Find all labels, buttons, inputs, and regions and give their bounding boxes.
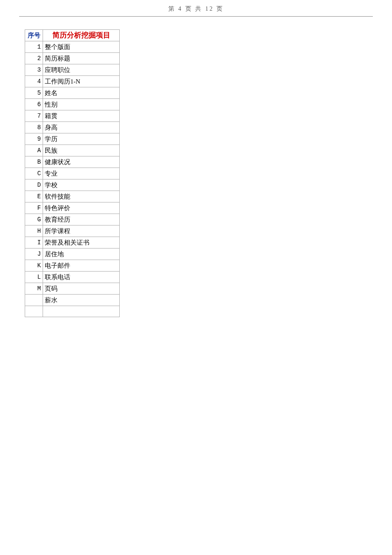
cell-item: 姓名: [43, 87, 120, 99]
table-body: 1整个版面2简历标题3应聘职位4工作阅历1-N5姓名6性别7籍贯8身高9学历A民…: [25, 41, 120, 317]
cell-item: 籍贯: [43, 110, 120, 122]
table-row: [25, 306, 120, 317]
cell-item: 民族: [43, 145, 120, 156]
cell-seq: 2: [25, 53, 43, 64]
table-row: 7籍贯: [25, 110, 120, 122]
table-row: 薪水: [25, 295, 120, 306]
cell-seq: K: [25, 260, 43, 272]
cell-seq: I: [25, 237, 43, 249]
cell-item: 身高: [43, 122, 120, 133]
table-header-row: 序号 简历分析挖掘项目: [25, 30, 120, 41]
cell-seq: L: [25, 272, 43, 283]
cell-item: 整个版面: [43, 41, 120, 53]
cell-seq: [25, 306, 43, 317]
cell-item: 页码: [43, 283, 120, 295]
page-header: 第 4 页 共 12 页: [0, 0, 392, 16]
cell-seq: H: [25, 225, 43, 237]
cell-seq: 1: [25, 41, 43, 53]
cell-seq: J: [25, 249, 43, 260]
table-row: 9学历: [25, 133, 120, 145]
table-row: J居住地: [25, 249, 120, 260]
header-seq: 序号: [25, 30, 43, 41]
cell-seq: 4: [25, 76, 43, 87]
cell-item: 特色评价: [43, 202, 120, 214]
table-row: H所学课程: [25, 225, 120, 237]
table-row: C专业: [25, 168, 120, 179]
cell-seq: 9: [25, 133, 43, 145]
table-row: K电子邮件: [25, 260, 120, 272]
cell-seq: F: [25, 202, 43, 214]
table-row: G教育经历: [25, 214, 120, 225]
table-row: 5姓名: [25, 87, 120, 99]
cell-seq: 5: [25, 87, 43, 99]
table-row: B健康状况: [25, 156, 120, 168]
table-row: 8身高: [25, 122, 120, 133]
page-number-text: 第 4 页 共 12 页: [168, 6, 224, 12]
cell-seq: 3: [25, 64, 43, 76]
table-row: L联系电话: [25, 272, 120, 283]
cell-item: 简历标题: [43, 53, 120, 64]
cell-item: 应聘职位: [43, 64, 120, 76]
table-row: E软件技能: [25, 191, 120, 202]
cell-seq: E: [25, 191, 43, 202]
cell-seq: 7: [25, 110, 43, 122]
cell-seq: 8: [25, 122, 43, 133]
cell-item: 居住地: [43, 249, 120, 260]
cell-seq: [25, 295, 43, 306]
cell-seq: M: [25, 283, 43, 295]
cell-item: 性别: [43, 99, 120, 110]
cell-item: 所学课程: [43, 225, 120, 237]
cell-item: 学校: [43, 179, 120, 191]
cell-item: 荣誉及相关证书: [43, 237, 120, 249]
table-row: F特色评价: [25, 202, 120, 214]
cell-item: 薪水: [43, 295, 120, 306]
cell-seq: A: [25, 145, 43, 156]
table-row: 4工作阅历1-N: [25, 76, 120, 87]
cell-item: 健康状况: [43, 156, 120, 168]
table-row: 6性别: [25, 99, 120, 110]
cell-seq: D: [25, 179, 43, 191]
table-row: M页码: [25, 283, 120, 295]
cell-item: 专业: [43, 168, 120, 179]
table-row: 3应聘职位: [25, 64, 120, 76]
cell-item: 教育经历: [43, 214, 120, 225]
cell-item: [43, 306, 120, 317]
table-row: D学校: [25, 179, 120, 191]
cell-seq: B: [25, 156, 43, 168]
cell-item: 电子邮件: [43, 260, 120, 272]
resume-analysis-table: 序号 简历分析挖掘项目 1整个版面2简历标题3应聘职位4工作阅历1-N5姓名6性…: [25, 29, 120, 317]
table-row: 1整个版面: [25, 41, 120, 53]
cell-item: 联系电话: [43, 272, 120, 283]
table-row: 2简历标题: [25, 53, 120, 64]
cell-seq: G: [25, 214, 43, 225]
table-row: A民族: [25, 145, 120, 156]
header-item: 简历分析挖掘项目: [43, 30, 120, 41]
cell-item: 软件技能: [43, 191, 120, 202]
table-row: I荣誉及相关证书: [25, 237, 120, 249]
cell-item: 学历: [43, 133, 120, 145]
content-area: 序号 简历分析挖掘项目 1整个版面2简历标题3应聘职位4工作阅历1-N5姓名6性…: [0, 17, 392, 317]
cell-seq: 6: [25, 99, 43, 110]
cell-seq: C: [25, 168, 43, 179]
cell-item: 工作阅历1-N: [43, 76, 120, 87]
